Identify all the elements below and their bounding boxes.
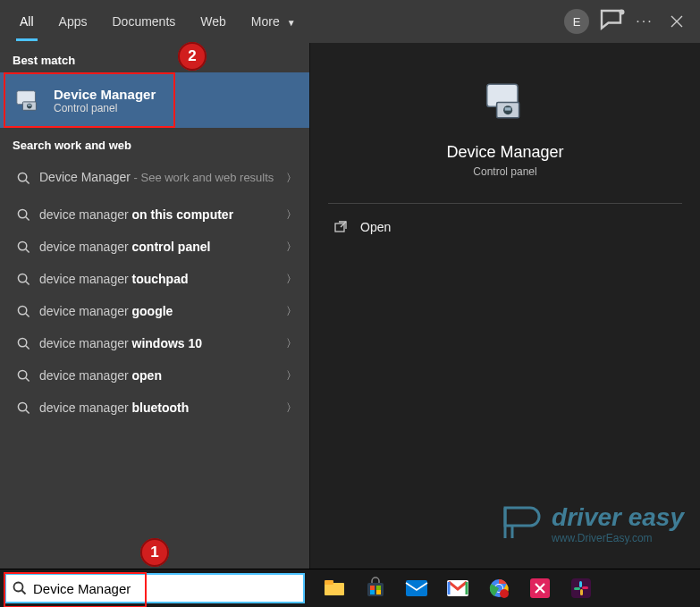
taskbar-chrome-icon[interactable]: [478, 569, 519, 608]
best-match-subtitle: Control panel: [54, 102, 156, 114]
tab-more-label: More: [251, 14, 280, 29]
web-result[interactable]: Device Manager - See work and web result…: [0, 157, 309, 198]
search-tabs: All Apps Documents Web More ▼ E ···: [0, 0, 700, 43]
taskbar-gmail-icon[interactable]: [437, 569, 478, 608]
svg-point-9: [18, 306, 26, 314]
svg-rect-25: [376, 590, 381, 594]
web-result[interactable]: device manager windows 10 〉: [0, 327, 309, 359]
chevron-right-icon: 〉: [286, 171, 297, 186]
web-result-text: device manager open: [39, 368, 281, 383]
web-result-text: device manager control panel: [39, 240, 281, 254]
svg-rect-23: [376, 586, 381, 590]
results-pane: Best match Device Manager Control panel …: [0, 43, 309, 569]
chevron-down-icon: ▼: [287, 18, 296, 28]
preview-pane: Device Manager Control panel Open driver…: [309, 43, 700, 569]
search-icon: [13, 305, 34, 318]
web-result-text: device manager windows 10: [39, 336, 281, 350]
web-result[interactable]: device manager open 〉: [0, 359, 309, 392]
svg-rect-37: [582, 586, 588, 589]
taskbar-mail-icon[interactable]: [396, 569, 437, 608]
tab-web[interactable]: Web: [188, 2, 239, 41]
svg-point-0: [620, 10, 625, 15]
taskbar-app-icon[interactable]: [519, 569, 561, 608]
svg-rect-35: [574, 587, 580, 590]
device-manager-icon: [483, 79, 527, 127]
svg-point-10: [18, 338, 26, 346]
tab-apps[interactable]: Apps: [46, 2, 100, 41]
feedback-icon[interactable]: [596, 5, 628, 38]
svg-rect-4: [28, 105, 31, 106]
svg-rect-16: [505, 107, 511, 110]
drivereasy-logo-icon: [498, 499, 552, 549]
svg-rect-22: [370, 586, 375, 590]
svg-point-5: [18, 173, 26, 181]
preview-subtitle: Control panel: [473, 165, 536, 178]
search-icon: [13, 337, 34, 350]
tab-more[interactable]: More ▼: [239, 2, 308, 41]
chevron-right-icon: 〉: [286, 368, 297, 384]
chevron-right-icon: 〉: [286, 207, 297, 223]
close-icon[interactable]: [661, 15, 693, 28]
svg-point-12: [18, 402, 26, 410]
best-match-result[interactable]: Device Manager Control panel: [0, 72, 309, 128]
user-avatar[interactable]: E: [564, 9, 589, 34]
svg-rect-34: [579, 581, 582, 587]
taskbar-search[interactable]: [4, 573, 305, 603]
web-result-text: device manager touchpad: [39, 272, 281, 286]
options-icon[interactable]: ···: [628, 13, 661, 30]
tab-documents[interactable]: Documents: [99, 2, 188, 41]
divider: [328, 203, 682, 204]
web-result[interactable]: device manager on this computer 〉: [0, 198, 309, 231]
svg-point-11: [18, 370, 26, 378]
section-search-web: Search work and web: [0, 128, 309, 157]
chevron-right-icon: 〉: [286, 400, 297, 416]
taskbar: [0, 569, 700, 607]
search-icon: [13, 172, 34, 185]
tab-all[interactable]: All: [7, 2, 46, 41]
web-result[interactable]: device manager control panel 〉: [0, 231, 309, 263]
web-result[interactable]: device manager google 〉: [0, 295, 309, 327]
web-result-text: Device Manager - See work and web result…: [39, 170, 281, 186]
chevron-right-icon: 〉: [286, 272, 297, 287]
taskbar-slack-icon[interactable]: [561, 569, 602, 608]
search-icon: [13, 369, 34, 383]
web-result-text: device manager on this computer: [39, 207, 281, 222]
device-manager-icon: [13, 85, 43, 115]
svg-point-7: [18, 241, 26, 249]
svg-point-6: [18, 209, 26, 217]
svg-point-8: [18, 274, 26, 282]
chevron-right-icon: 〉: [286, 336, 297, 351]
action-open-label: Open: [360, 220, 391, 234]
section-best-match: Best match: [0, 43, 309, 72]
preview-title: Device Manager: [446, 143, 563, 162]
web-result-text: device manager bluetooth: [39, 400, 281, 415]
chevron-right-icon: 〉: [286, 240, 297, 255]
annotation-bubble-1: 1: [140, 538, 169, 567]
best-match-title: Device Manager: [54, 87, 156, 102]
svg-rect-21: [367, 583, 384, 596]
open-icon: [330, 220, 351, 234]
svg-point-18: [14, 583, 23, 592]
search-icon: [13, 208, 34, 222]
action-open[interactable]: Open: [330, 220, 680, 234]
watermark: driver easy www.DriverEasy.com: [498, 499, 684, 549]
search-icon: [13, 240, 34, 254]
taskbar-store-icon[interactable]: [355, 569, 396, 608]
watermark-title: driver easy: [552, 503, 684, 532]
annotation-bubble-2: 2: [178, 42, 207, 71]
web-result[interactable]: device manager bluetooth 〉: [0, 392, 309, 424]
web-result-text: device manager google: [39, 304, 281, 318]
watermark-url: www.DriverEasy.com: [552, 532, 684, 544]
taskbar-explorer-icon[interactable]: [314, 569, 355, 608]
svg-rect-26: [406, 580, 427, 596]
search-icon: [13, 401, 34, 415]
svg-rect-24: [370, 590, 375, 594]
web-result[interactable]: device manager touchpad 〉: [0, 263, 309, 295]
svg-rect-20: [325, 580, 333, 585]
search-icon: [13, 273, 34, 286]
svg-rect-36: [580, 589, 583, 595]
svg-rect-19: [325, 583, 344, 595]
chevron-right-icon: 〉: [286, 304, 297, 319]
search-input[interactable]: [33, 575, 303, 602]
svg-point-31: [500, 589, 509, 598]
